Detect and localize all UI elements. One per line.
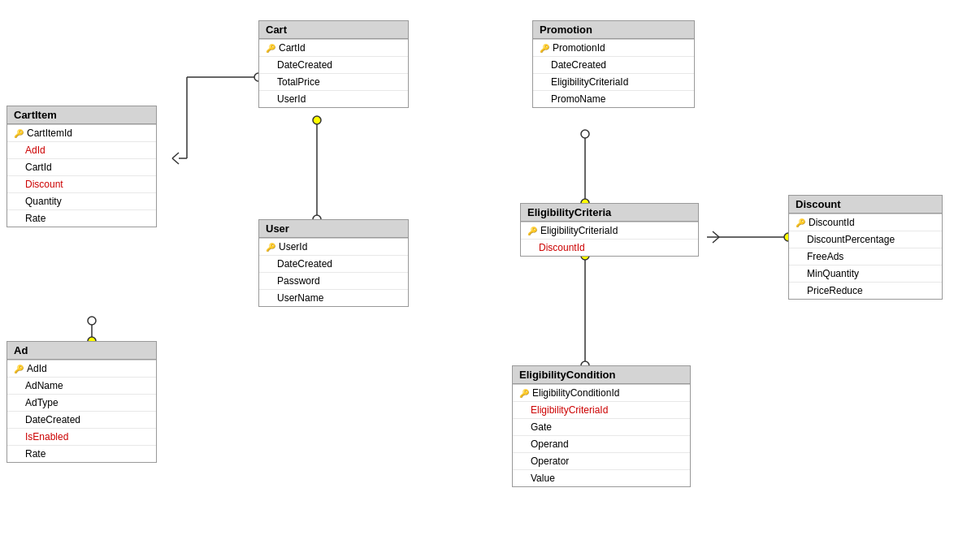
field-quantity: Quantity	[7, 193, 156, 210]
svg-line-18	[713, 237, 719, 243]
entity-promotion-title: Promotion	[533, 21, 694, 39]
svg-line-5	[172, 158, 179, 164]
field-ec-id: EligibilityCriteriaId	[521, 222, 698, 240]
entity-user-title: User	[259, 220, 408, 238]
entity-discount[interactable]: Discount DiscountId DiscountPercentage F…	[788, 195, 943, 300]
entity-discount-fields: DiscountId DiscountPercentage FreeAds Mi…	[789, 214, 942, 299]
field-user-id: UserId	[259, 239, 408, 256]
field-cart-totalprice: TotalPrice	[259, 74, 408, 91]
field-user-date: DateCreated	[259, 256, 408, 273]
field-econd-value: Value	[513, 470, 690, 486]
field-ad-name: AdName	[7, 378, 156, 395]
diagram-canvas: CartItem CartItemId AdId CartId Discount…	[0, 0, 980, 544]
svg-line-17	[713, 231, 719, 237]
field-ad-type: AdType	[7, 395, 156, 412]
field-econd-criteriaid: EligibilityCriteriaId	[513, 402, 690, 419]
entity-ad-fields: AdId AdName AdType DateCreated IsEnabled…	[7, 360, 156, 462]
entity-eligibilitycriteria[interactable]: EligibilityCriteria EligibilityCriteriaI…	[520, 203, 699, 257]
field-cart-datecreated: DateCreated	[259, 57, 408, 74]
field-econd-gate: Gate	[513, 419, 690, 436]
field-discount-freeads: FreeAds	[789, 248, 942, 266]
svg-point-21	[88, 317, 96, 325]
field-ad-isenabled: IsEnabled	[7, 429, 156, 446]
entity-econd-fields: EligibilityConditionId EligibilityCriter…	[513, 384, 690, 486]
field-cartid: CartId	[7, 159, 156, 176]
field-econd-operand: Operand	[513, 436, 690, 453]
field-discount-pricereduce: PriceReduce	[789, 283, 942, 299]
entity-discount-title: Discount	[789, 196, 942, 214]
field-discount: Discount	[7, 176, 156, 193]
entity-cartitem-fields: CartItemId AdId CartId Discount Quantity…	[7, 124, 156, 227]
entity-user-fields: UserId DateCreated Password UserName	[259, 238, 408, 306]
field-promo-date: DateCreated	[533, 57, 694, 74]
entity-cartitem[interactable]: CartItem CartItemId AdId CartId Discount…	[7, 106, 157, 227]
entity-cartitem-title: CartItem	[7, 106, 156, 124]
field-adid: AdId	[7, 142, 156, 159]
field-rate: Rate	[7, 210, 156, 227]
field-ad-date: DateCreated	[7, 412, 156, 429]
field-discount-percentage: DiscountPercentage	[789, 231, 942, 248]
entity-promotion[interactable]: Promotion PromotionId DateCreated Eligib…	[532, 20, 695, 108]
field-econd-operator: Operator	[513, 453, 690, 470]
field-ad-rate: Rate	[7, 446, 156, 462]
field-cartitemid: CartItemId	[7, 125, 156, 142]
svg-line-4	[172, 153, 179, 158]
entity-cart-title: Cart	[259, 21, 408, 39]
field-user-username: UserName	[259, 290, 408, 306]
field-cart-userid: UserId	[259, 91, 408, 107]
entity-cart-fields: CartId DateCreated TotalPrice UserId	[259, 39, 408, 107]
field-promo-id: PromotionId	[533, 40, 694, 57]
entity-cart[interactable]: Cart CartId DateCreated TotalPrice UserI…	[258, 20, 409, 108]
svg-point-9	[313, 116, 321, 124]
field-ec-discountid: DiscountId	[521, 240, 698, 256]
field-ad-id: AdId	[7, 361, 156, 378]
entity-promotion-fields: PromotionId DateCreated EligibilityCrite…	[533, 39, 694, 107]
field-discount-id: DiscountId	[789, 214, 942, 231]
field-discount-minqty: MinQuantity	[789, 266, 942, 283]
field-cart-cartid: CartId	[259, 40, 408, 57]
entity-user[interactable]: User UserId DateCreated Password UserNam…	[258, 219, 409, 307]
entity-ec-title: EligibilityCriteria	[521, 204, 698, 222]
field-user-password: Password	[259, 273, 408, 290]
field-promo-eligibility: EligibilityCriteriaId	[533, 74, 694, 91]
svg-point-11	[581, 130, 589, 138]
entity-eligibilitycondition[interactable]: EligibilityCondition EligibilityConditio…	[512, 365, 691, 487]
entity-ec-fields: EligibilityCriteriaId DiscountId	[521, 222, 698, 256]
entity-econd-title: EligibilityCondition	[513, 366, 690, 384]
entity-ad[interactable]: Ad AdId AdName AdType DateCreated IsEnab…	[7, 341, 157, 463]
field-econd-id: EligibilityConditionId	[513, 385, 690, 402]
field-promo-name: PromoName	[533, 91, 694, 107]
entity-ad-title: Ad	[7, 342, 156, 360]
